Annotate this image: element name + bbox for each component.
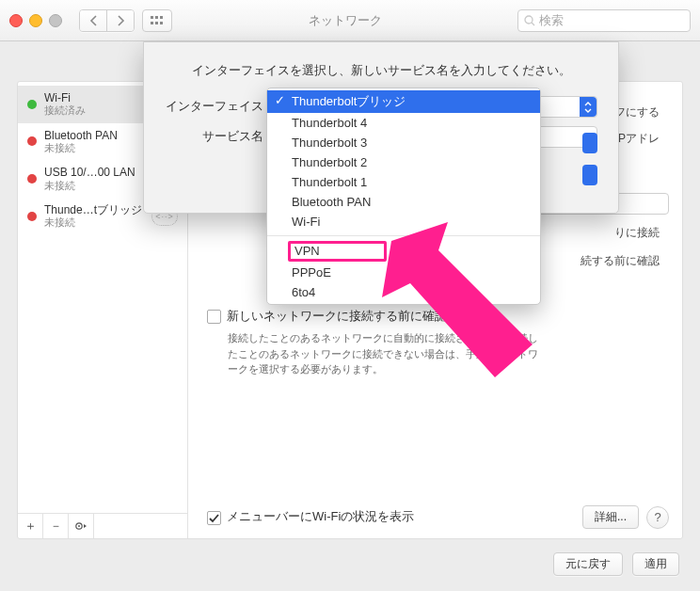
forward-button[interactable] (106, 10, 134, 31)
dd-item-thunderbolt-3[interactable]: Thunderbolt 3 (267, 133, 540, 152)
dd-item-pppoe[interactable]: PPPoE (267, 263, 540, 282)
revert-button[interactable]: 元に戻す (553, 552, 623, 576)
gear-icon (74, 520, 88, 532)
svg-point-9 (78, 525, 80, 527)
advanced-button[interactable]: 詳細... (582, 505, 639, 529)
svg-rect-2 (160, 16, 163, 19)
svg-rect-3 (151, 22, 153, 24)
interface-dropdown: Thunderboltブリッジ Thunderbolt 4 Thunderbol… (266, 88, 541, 305)
service-name: Thunde…tブリッジ (44, 203, 142, 216)
svg-rect-0 (151, 16, 153, 19)
confirm-new-network-note: 接続したことのあるネットワークに自動的に接続されます。接続したことのあるネットワ… (228, 330, 548, 377)
auto-join-partial: りに接続 (614, 225, 660, 241)
add-service-button[interactable]: ＋ (18, 514, 43, 538)
service-name: Bluetooth PAN (44, 129, 118, 142)
sheet-secondary-button-partial[interactable] (582, 165, 597, 185)
status-dot-icon (27, 100, 37, 109)
confirm-new-network-label: 新しいネットワークに接続する前に確認 (227, 308, 447, 325)
service-status: 接続済み (44, 104, 86, 117)
sheet-create-button-partial[interactable] (582, 133, 597, 153)
close-window-icon[interactable] (9, 14, 23, 27)
window-toolbar: ネットワーク 検索 (0, 0, 700, 41)
confirm-before-partial: 続する前に確認 (581, 253, 660, 269)
status-dot-icon (27, 174, 37, 184)
dd-item-wifi[interactable]: Wi-Fi (267, 212, 540, 232)
nav-back-forward (79, 9, 135, 32)
service-status: 未接続 (44, 216, 142, 229)
dd-item-vpn[interactable]: VPN (267, 240, 540, 263)
service-name: Wi-Fi (44, 91, 86, 104)
service-status: 未接続 (44, 180, 135, 192)
dd-item-thunderbolt-bridge[interactable]: Thunderboltブリッジ (267, 90, 540, 113)
service-name: USB 10/…00 LAN (44, 166, 135, 179)
search-input[interactable]: 検索 (517, 9, 691, 32)
svg-rect-1 (155, 16, 158, 19)
svg-rect-4 (155, 22, 158, 24)
minimize-window-icon[interactable] (29, 14, 42, 27)
search-icon (524, 15, 535, 26)
menubar-checkbox[interactable] (207, 511, 221, 525)
show-in-menubar-row: メニューバーにWi-Fiの状況を表示 (207, 508, 414, 525)
svg-line-7 (532, 23, 534, 25)
check-icon (209, 513, 219, 523)
sheet-prompt: インターフェイスを選択し、新しいサービス名を入力してください。 (165, 63, 597, 79)
dd-item-thunderbolt-2[interactable]: Thunderbolt 2 (267, 152, 540, 172)
help-button[interactable]: ? (646, 506, 669, 529)
turn-off-button-partial[interactable]: フにする (614, 104, 660, 120)
dd-item-bluetooth-pan[interactable]: Bluetooth PAN (267, 192, 540, 212)
status-dot-icon (27, 136, 37, 146)
svg-point-6 (525, 16, 533, 24)
service-toolbar: ＋ － (18, 513, 187, 538)
apply-button[interactable]: 適用 (632, 552, 679, 576)
dd-item-thunderbolt-4[interactable]: Thunderbolt 4 (267, 113, 540, 133)
search-placeholder: 検索 (539, 12, 564, 29)
dropdown-separator (267, 235, 540, 236)
service-status: 未接続 (44, 142, 118, 154)
confirm-new-network-checkbox[interactable] (207, 310, 221, 324)
menubar-label: メニューバーにWi-Fiの状況を表示 (227, 508, 414, 525)
confirm-new-network-row: 新しいネットワークに接続する前に確認 (207, 308, 663, 325)
status-dot-icon (27, 212, 37, 221)
zoom-window-icon[interactable] (49, 14, 62, 27)
window-footer-buttons: 元に戻す 適用 (553, 552, 679, 576)
traffic-lights (9, 14, 62, 27)
back-button[interactable] (80, 10, 106, 31)
svg-rect-5 (160, 22, 163, 24)
service-actions-button[interactable] (69, 514, 94, 538)
dd-item-6to4[interactable]: 6to4 (267, 282, 540, 302)
show-all-button[interactable] (142, 9, 172, 32)
vpn-highlight-box: VPN (288, 241, 387, 262)
dd-item-thunderbolt-1[interactable]: Thunderbolt 1 (267, 172, 540, 192)
window-title: ネットワーク (180, 12, 510, 29)
popup-arrows-icon (580, 97, 597, 117)
remove-service-button[interactable]: － (43, 514, 69, 538)
